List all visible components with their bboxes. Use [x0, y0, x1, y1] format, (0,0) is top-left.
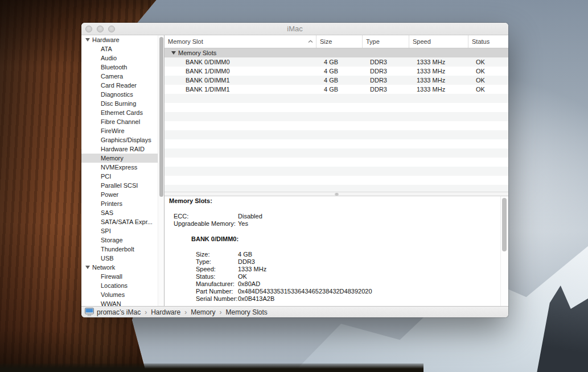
sidebar-item-wwan[interactable]: WWAN — [81, 299, 164, 306]
table-row[interactable]: BANK 0/DIMM1 4 GB DDR3 1333 MHz OK — [165, 76, 508, 85]
sidebar-item-volumes[interactable]: Volumes — [81, 290, 164, 299]
table-row[interactable]: BANK 0/DIMM0 4 GB DDR3 1333 MHz OK — [165, 57, 508, 67]
column-header-memory-slot[interactable]: Memory Slot — [165, 35, 316, 48]
pane-splitter[interactable] — [165, 192, 508, 196]
bank-field-status: Status: OK — [165, 273, 508, 280]
sidebar-item-label: Power — [101, 190, 118, 199]
column-header-type[interactable]: Type — [363, 35, 409, 48]
disclosure-triangle-icon[interactable] — [85, 38, 90, 42]
sidebar-item-disc-burning[interactable]: Disc Burning — [81, 99, 164, 108]
table-group-row[interactable]: Memory Slots — [165, 48, 508, 57]
sidebar-item-usb[interactable]: USB — [81, 254, 164, 263]
breadcrumb-item-computer[interactable]: promac’s iMac — [97, 308, 141, 316]
table-header: Memory Slot Size Type Speed Status — [165, 35, 508, 48]
table-row[interactable]: BANK 1/DIMM1 4 GB DDR3 1333 MHz OK — [165, 85, 508, 94]
sidebar-item-label: PCI — [101, 172, 111, 181]
field-value: 1333 MHz — [238, 266, 266, 273]
sidebar-item-label: ATA — [101, 44, 112, 53]
sidebar-item-parallel-scsi[interactable]: Parallel SCSI — [81, 181, 164, 190]
bank-field-speed: Speed: 1333 MHz — [165, 266, 508, 273]
sidebar-item-card-reader[interactable]: Card Reader — [81, 81, 164, 90]
bank-field-serial-number: Serial Number: 0x0B413A2B — [165, 295, 508, 303]
sidebar-item-label: Printers — [101, 199, 122, 208]
cell-status: OK — [468, 85, 508, 94]
sidebar-item-sata-sata-express[interactable]: SATA/SATA Expr... — [81, 217, 164, 226]
breadcrumb: promac’s iMac › Hardware › Memory › Memo… — [97, 308, 268, 316]
sidebar-scrollbar[interactable] — [158, 35, 164, 306]
minimize-button[interactable] — [97, 26, 104, 32]
sidebar-item-label: Parallel SCSI — [101, 181, 138, 190]
group-row-label: Memory Slots — [178, 48, 216, 57]
column-header-size[interactable]: Size — [316, 35, 363, 48]
sidebar-item-hardware[interactable]: Hardware — [81, 35, 164, 44]
sidebar-item-label: WWAN — [101, 299, 121, 306]
category-sidebar: Hardware ATA Audio Bluetooth Camera Card… — [81, 35, 165, 306]
detail-scrollbar[interactable] — [500, 196, 508, 306]
sidebar-item-ata[interactable]: ATA — [81, 44, 164, 53]
sidebar-item-label: USB — [101, 254, 114, 263]
sidebar-item-ethernet-cards[interactable]: Ethernet Cards — [81, 108, 164, 117]
column-header-label: Status — [472, 38, 490, 45]
sidebar-item-diagnostics[interactable]: Diagnostics — [81, 90, 164, 99]
sidebar-item-hardware-raid[interactable]: Hardware RAID — [81, 144, 164, 154]
sidebar-item-label: SPI — [101, 226, 111, 235]
sidebar-item-label: Hardware — [92, 35, 120, 44]
sidebar-item-label: FireWire — [101, 126, 125, 135]
sidebar-item-fibre-channel[interactable]: Fibre Channel — [81, 117, 164, 126]
field-value: 0x80AD — [238, 280, 260, 288]
close-button[interactable] — [85, 26, 92, 32]
cell-status: OK — [468, 67, 508, 76]
window-controls — [85, 23, 115, 35]
sidebar-item-network[interactable]: Network — [81, 263, 164, 272]
sidebar-item-nvmexpress[interactable]: NVMExpress — [81, 163, 164, 172]
column-header-status[interactable]: Status — [468, 35, 508, 48]
breadcrumb-separator: › — [220, 308, 222, 316]
sidebar-item-bluetooth[interactable]: Bluetooth — [81, 63, 164, 72]
field-value: OK — [238, 273, 247, 280]
field-label: ECC: — [174, 213, 238, 220]
field-label: Type: — [196, 258, 238, 266]
sidebar-item-graphics-displays[interactable]: Graphics/Displays — [81, 135, 164, 144]
sidebar-item-spi[interactable]: SPI — [81, 226, 164, 235]
breadcrumb-item-memory-slots[interactable]: Memory Slots — [226, 308, 268, 316]
sidebar-scrollbar-thumb[interactable] — [159, 37, 163, 197]
sidebar-item-firewire[interactable]: FireWire — [81, 126, 164, 135]
sidebar-item-storage[interactable]: Storage — [81, 235, 164, 245]
sidebar-item-label: Disc Burning — [101, 99, 136, 108]
zoom-button[interactable] — [108, 26, 115, 32]
table-row[interactable]: BANK 1/DIMM0 4 GB DDR3 1333 MHz OK — [165, 67, 508, 76]
sidebar-item-memory[interactable]: Memory — [81, 154, 164, 163]
disclosure-triangle-icon[interactable] — [85, 266, 90, 269]
sidebar-item-power[interactable]: Power — [81, 190, 164, 199]
cell-type: DDR3 — [363, 85, 409, 94]
sidebar-item-locations[interactable]: Locations — [81, 281, 164, 290]
cell-size: 4 GB — [316, 57, 363, 67]
sidebar-item-label: Bluetooth — [101, 63, 127, 72]
splitter-handle-icon[interactable] — [335, 193, 339, 196]
cell-speed: 1333 MHz — [409, 76, 468, 85]
breadcrumb-item-memory[interactable]: Memory — [191, 308, 215, 316]
sidebar-item-thunderbolt[interactable]: Thunderbolt — [81, 245, 164, 254]
sidebar-item-label: Firewall — [101, 272, 122, 281]
sidebar-item-firewall[interactable]: Firewall — [81, 272, 164, 281]
titlebar[interactable]: iMac — [81, 23, 508, 35]
breadcrumb-item-hardware[interactable]: Hardware — [151, 308, 180, 316]
field-label: Speed: — [196, 266, 238, 273]
sidebar-item-label: Card Reader — [101, 81, 137, 90]
sidebar-item-sas[interactable]: SAS — [81, 208, 164, 217]
field-label: Serial Number: — [196, 295, 238, 303]
detail-scrollbar-thumb[interactable] — [502, 198, 507, 251]
sidebar-item-pci[interactable]: PCI — [81, 172, 164, 181]
sidebar-item-label: NVMExpress — [101, 163, 137, 172]
column-header-speed[interactable]: Speed — [409, 35, 468, 48]
sidebar-item-camera[interactable]: Camera — [81, 72, 164, 81]
sidebar-item-label: Hardware RAID — [101, 144, 145, 154]
disclosure-triangle-icon[interactable] — [171, 51, 176, 55]
cell-slot: BANK 0/DIMM1 — [165, 76, 316, 85]
sidebar-item-printers[interactable]: Printers — [81, 199, 164, 208]
sidebar-item-label: Volumes — [101, 290, 125, 299]
column-header-label: Type — [366, 38, 380, 45]
sidebar-item-audio[interactable]: Audio — [81, 53, 164, 63]
bank-field-size: Size: 4 GB — [165, 251, 508, 258]
cell-type: DDR3 — [363, 57, 409, 67]
